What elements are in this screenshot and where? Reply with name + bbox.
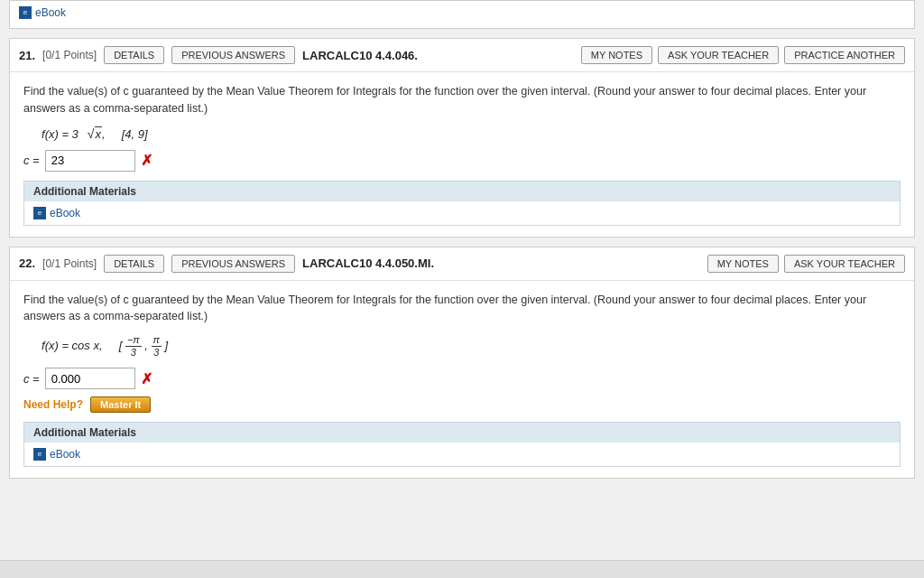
q22-number: 22. <box>19 256 35 270</box>
q22-answer-input[interactable] <box>45 368 135 389</box>
q22-ebook-icon: e <box>33 448 46 461</box>
question-22-card: 22. [0/1 Points] DETAILS PREVIOUS ANSWER… <box>9 247 915 480</box>
q21-comma: , <box>102 127 118 141</box>
q21-points: [0/1 Points] <box>42 49 97 61</box>
q22-master-it-button[interactable]: Master It <box>90 396 151 413</box>
q21-answer-row: c = ✗ <box>23 150 901 172</box>
q21-sqrt: x <box>79 126 102 141</box>
q21-question-text: Find the value(s) of c guaranteed by the… <box>23 83 901 117</box>
ebook-icon: e <box>19 6 32 19</box>
page-wrapper: e eBook 21. [0/1 Points] DETAILS PREVIOU… <box>0 0 924 578</box>
q21-ask-teacher-button[interactable]: ASK YOUR TEACHER <box>658 46 779 64</box>
question-21-header: 21. [0/1 Points] DETAILS PREVIOUS ANSWER… <box>10 39 914 72</box>
q22-additional-materials: Additional Materials e eBook <box>23 422 901 467</box>
q21-sqrt-bar: x <box>95 126 103 141</box>
q21-prev-answers-button[interactable]: PREVIOUS ANSWERS <box>171 46 295 64</box>
q22-ask-teacher-button[interactable]: ASK YOUR TEACHER <box>784 255 905 273</box>
q22-frac-pos-num: π <box>152 334 162 347</box>
q22-points: [0/1 Points] <box>42 257 97 270</box>
q21-math-line: f(x) = 3x, [4, 9] <box>42 126 901 141</box>
q21-incorrect-icon: ✗ <box>141 152 152 169</box>
q22-details-button[interactable]: DETAILS <box>104 255 164 273</box>
q21-number: 21. <box>19 49 35 62</box>
q22-answer-row: c = ✗ <box>23 368 901 389</box>
footer-bar <box>0 560 924 578</box>
q22-function-label: f(x) = cos x, <box>42 339 116 352</box>
q22-problem-id: LARCALC10 4.4.050.MI. <box>302 256 700 270</box>
q22-fraction-neg: −π 3 <box>125 334 142 359</box>
q21-problem-id: LARCALC10 4.4.046. <box>302 49 574 62</box>
q21-details-button[interactable]: DETAILS <box>104 46 164 64</box>
q21-ebook-link[interactable]: e eBook <box>33 207 891 219</box>
q22-prev-answers-button[interactable]: PREVIOUS ANSWERS <box>171 255 295 273</box>
q21-function-label: f(x) = 3 <box>42 127 79 141</box>
q22-incorrect-icon: ✗ <box>141 370 152 387</box>
q22-need-help-row: Need Help? Master It <box>23 396 901 413</box>
q22-c-label: c = <box>23 372 40 386</box>
q21-answer-input[interactable] <box>45 150 135 172</box>
q22-frac-neg-den: 3 <box>129 347 138 359</box>
question-21-body: Find the value(s) of c guaranteed by the… <box>10 72 914 237</box>
q22-fraction-pos: π 3 <box>152 334 162 359</box>
q22-interval-bracket-close: ] <box>165 339 169 352</box>
q22-additional-materials-header: Additional Materials <box>24 423 900 443</box>
q21-interval: [4, 9] <box>122 127 148 141</box>
q22-comma2: , <box>144 339 148 352</box>
q22-frac-pos-den: 3 <box>152 347 161 359</box>
q22-frac-neg-num: −π <box>125 334 142 347</box>
q21-right-buttons: MY NOTES ASK YOUR TEACHER PRACTICE ANOTH… <box>581 46 905 64</box>
q21-ebook-icon: e <box>33 207 46 219</box>
q22-math-line: f(x) = cos x, [ −π 3 , π 3 ] <box>42 334 901 359</box>
q21-c-label: c = <box>23 154 40 167</box>
q22-ebook-link[interactable]: e eBook <box>33 448 891 461</box>
q22-right-buttons: MY NOTES ASK YOUR TEACHER <box>707 255 905 273</box>
top-ebook-label: eBook <box>35 6 66 19</box>
q22-ebook-label: eBook <box>50 448 80 461</box>
q22-need-help-label: Need Help? <box>23 398 83 411</box>
top-card: e eBook <box>9 0 915 29</box>
q21-ebook-label: eBook <box>50 207 80 219</box>
top-ebook-link[interactable]: e eBook <box>19 6 905 19</box>
question-21-card: 21. [0/1 Points] DETAILS PREVIOUS ANSWER… <box>9 38 915 238</box>
q22-my-notes-button[interactable]: MY NOTES <box>707 255 779 273</box>
question-22-body: Find the value(s) of c guaranteed by the… <box>10 281 914 479</box>
q22-question-text: Find the value(s) of c guaranteed by the… <box>23 292 901 326</box>
q21-additional-materials: Additional Materials e eBook <box>23 181 901 226</box>
question-22-header: 22. [0/1 Points] DETAILS PREVIOUS ANSWER… <box>10 247 914 281</box>
q21-my-notes-button[interactable]: MY NOTES <box>581 46 652 64</box>
q21-practice-another-button[interactable]: PRACTICE ANOTHER <box>784 46 905 64</box>
q22-additional-materials-body: e eBook <box>24 443 900 466</box>
q21-additional-materials-header: Additional Materials <box>24 182 900 201</box>
q22-interval-bracket: [ <box>119 339 123 352</box>
q21-additional-materials-body: e eBook <box>24 201 900 225</box>
